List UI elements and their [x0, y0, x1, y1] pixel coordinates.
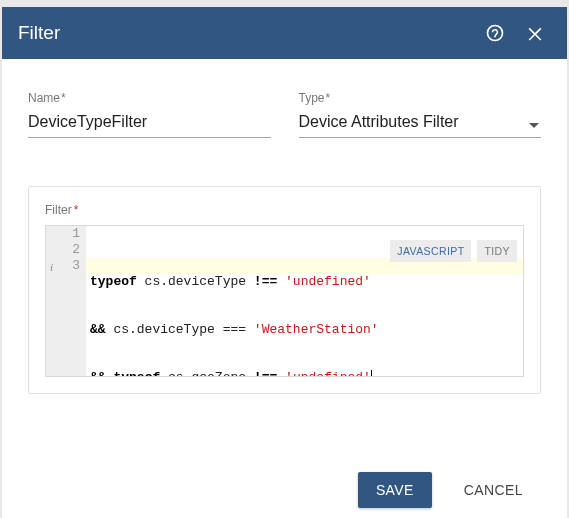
code-line: && cs.deviceType === 'WeatherStation': [90, 322, 519, 338]
cancel-button[interactable]: CANCEL: [446, 472, 541, 508]
tok-sp: [277, 370, 285, 377]
type-select[interactable]: Device Attributes Filter: [299, 107, 542, 138]
chevron-down-icon: [529, 123, 539, 128]
text-cursor: [371, 370, 372, 377]
filter-dialog: Filter Name* Type* Device Attributes Fil…: [2, 7, 567, 518]
tok-op: &&: [90, 322, 106, 337]
code-badges: JAVASCRIPT TIDY: [390, 240, 517, 262]
gutter-line: 1: [46, 226, 80, 242]
dialog-title: Filter: [18, 22, 471, 44]
close-button[interactable]: [519, 17, 551, 49]
info-icon: i: [50, 259, 53, 275]
tok-ident: cs.geoZone: [160, 370, 254, 377]
code-gutter: 1 2 i3: [46, 226, 86, 376]
required-marker: *: [326, 91, 331, 105]
filter-editor-card: Filter* JAVASCRIPT TIDY 1 2 i3 typeof cs…: [28, 186, 541, 394]
dialog-actions: SAVE CANCEL: [2, 434, 567, 518]
fields-row: Name* Type* Device Attributes Filter: [28, 91, 541, 138]
tok-ident: cs.deviceType ===: [106, 322, 254, 337]
save-button[interactable]: SAVE: [358, 472, 432, 508]
gutter-num: 2: [72, 242, 80, 257]
filter-editor-label-text: Filter: [45, 203, 72, 217]
tok-op: !==: [254, 370, 277, 377]
code-editor[interactable]: JAVASCRIPT TIDY 1 2 i3 typeof cs.deviceT…: [45, 225, 524, 377]
tok-op: !==: [254, 274, 277, 289]
type-select-value: Device Attributes Filter: [299, 107, 542, 138]
language-badge[interactable]: JAVASCRIPT: [390, 240, 471, 262]
code-line: && typeof cs.geoZone !== 'undefined': [90, 370, 519, 377]
name-input[interactable]: [28, 107, 271, 138]
dialog-body: Name* Type* Device Attributes Filter Fil…: [2, 59, 567, 434]
filter-editor-label: Filter*: [45, 203, 524, 217]
close-icon: [525, 23, 545, 43]
gutter-line: i3: [46, 258, 80, 274]
tok-sp: [277, 274, 285, 289]
tok-str: 'undefined': [285, 370, 371, 377]
name-label-text: Name: [28, 91, 60, 105]
tok-ident: cs.deviceType: [137, 274, 254, 289]
gutter-num: 3: [72, 258, 80, 273]
type-label: Type*: [299, 91, 542, 105]
tok-kw: typeof: [113, 370, 160, 377]
code-line: typeof cs.deviceType !== 'undefined': [90, 274, 519, 290]
name-label: Name*: [28, 91, 271, 105]
type-label-text: Type: [299, 91, 325, 105]
name-field: Name*: [28, 91, 271, 138]
tok-op: &&: [90, 370, 106, 377]
tok-str: 'undefined': [285, 274, 371, 289]
dialog-titlebar: Filter: [2, 7, 567, 59]
help-button[interactable]: [479, 17, 511, 49]
type-field: Type* Device Attributes Filter: [299, 91, 542, 138]
tidy-button[interactable]: TIDY: [477, 240, 517, 262]
tok-kw: typeof: [90, 274, 137, 289]
help-icon: [485, 23, 505, 43]
required-marker: *: [61, 91, 66, 105]
gutter-num: 1: [72, 226, 80, 241]
gutter-line: 2: [46, 242, 80, 258]
tok-str: 'WeatherStation': [254, 322, 379, 337]
required-marker: *: [74, 203, 79, 217]
